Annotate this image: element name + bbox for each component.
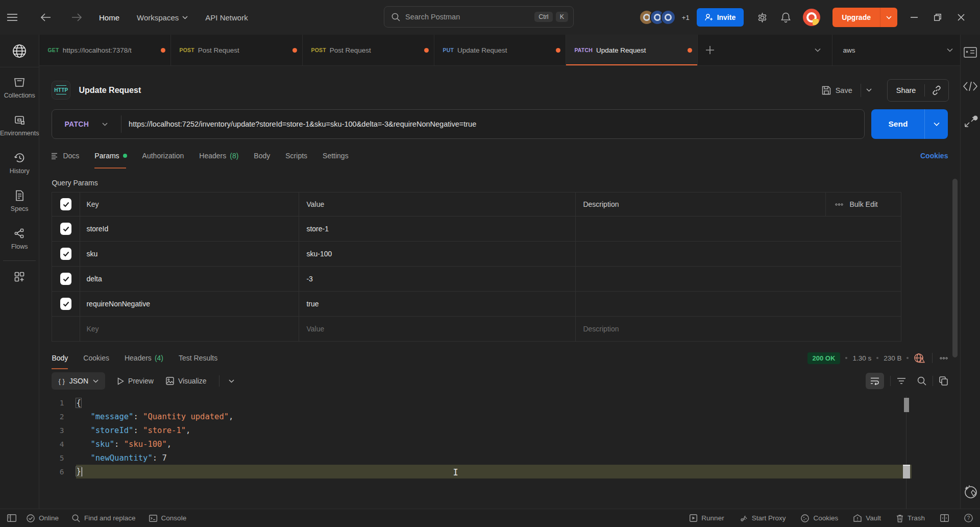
code-snippet-icon[interactable] <box>963 82 977 91</box>
tab-docs[interactable]: Docs <box>52 143 79 169</box>
param-description-cell[interactable] <box>575 292 901 316</box>
sidebar-item-collections[interactable]: Collections <box>0 67 39 105</box>
tab-body[interactable]: Body <box>254 143 270 169</box>
environment-selector[interactable]: aws <box>832 35 960 65</box>
menu-icon[interactable] <box>7 13 17 21</box>
param-row-empty[interactable]: Key Value Description <box>52 317 901 342</box>
window-close-button[interactable] <box>949 0 973 35</box>
response-body-viewer[interactable]: 1 { 2 "message": "Quantity updated", 3 "… <box>39 396 960 509</box>
scrollbar-thumb[interactable] <box>903 465 910 478</box>
upgrade-caret[interactable] <box>880 8 897 27</box>
param-row[interactable]: storeId store-1 <box>52 217 901 242</box>
cookies-button[interactable]: Cookies <box>801 514 838 522</box>
row-checkbox[interactable] <box>52 217 80 241</box>
status-badge[interactable]: 200 OK <box>807 352 841 364</box>
param-row[interactable]: sku sku-100 <box>52 242 901 267</box>
send-options-chevron-icon[interactable] <box>924 109 948 139</box>
request-tab[interactable]: POST Post Request <box>171 35 303 65</box>
team-avatars[interactable] <box>639 10 676 25</box>
url-input[interactable]: https://localhost:7252/inventory/update?… <box>121 120 476 128</box>
send-button[interactable]: Send <box>871 109 948 139</box>
response-tab-body[interactable]: Body <box>52 347 68 369</box>
two-pane-icon[interactable] <box>940 514 949 522</box>
response-format-select[interactable]: { } JSON <box>52 372 105 390</box>
console-button[interactable]: Console <box>149 514 187 522</box>
sidebar-more-tools-icon[interactable] <box>0 262 39 289</box>
notifications-bell-icon[interactable] <box>781 12 791 23</box>
find-and-replace[interactable]: Find and replace <box>72 514 136 522</box>
response-scrollbar-thumb[interactable] <box>904 398 909 412</box>
postbot-ai-icon[interactable] <box>963 484 978 499</box>
param-description-cell[interactable] <box>575 217 901 241</box>
vault-button[interactable]: Vault <box>853 514 881 522</box>
response-more-options-icon[interactable] <box>940 357 948 360</box>
method-select[interactable]: PATCH <box>52 120 121 128</box>
request-tab[interactable]: POST Post Request <box>303 35 434 65</box>
request-tab[interactable]: PUT Update Request <box>434 35 566 65</box>
wrap-text-button[interactable] <box>866 373 884 389</box>
copy-link-icon[interactable] <box>925 85 948 95</box>
search-input[interactable]: Search Postman Ctrl K <box>384 6 574 28</box>
tab-headers[interactable]: Headers (8) <box>199 143 238 169</box>
runner-button[interactable]: Runner <box>690 514 724 522</box>
cookies-link[interactable]: Cookies <box>920 152 948 160</box>
param-value-placeholder[interactable]: Value <box>299 317 575 341</box>
visualize-button[interactable]: Visualize <box>166 377 207 385</box>
param-description-placeholder[interactable]: Description <box>575 317 901 341</box>
filter-icon[interactable] <box>897 377 906 385</box>
param-value-cell[interactable]: -3 <box>299 267 575 291</box>
tab-params[interactable]: Params <box>94 143 127 169</box>
param-description-cell[interactable] <box>575 267 901 291</box>
sidebar-item-history[interactable]: History <box>0 143 39 181</box>
select-all-checkbox[interactable] <box>52 193 80 216</box>
sidebar-item-specs[interactable]: Specs <box>0 181 39 219</box>
more-options-icon[interactable] <box>835 203 843 206</box>
param-value-cell[interactable]: true <box>299 292 575 316</box>
row-checkbox[interactable] <box>52 242 80 266</box>
tab-settings[interactable]: Settings <box>323 143 349 169</box>
network-warning-icon[interactable] <box>914 353 925 363</box>
param-key-cell[interactable]: delta <box>80 267 299 291</box>
online-status[interactable]: Online <box>27 514 59 522</box>
trash-button[interactable]: Trash <box>896 514 925 522</box>
request-tab[interactable]: GET https://localhost:7378/t <box>39 35 171 65</box>
start-proxy-button[interactable]: Start Proxy <box>740 514 786 522</box>
request-tab-active[interactable]: PATCH Update Request <box>566 35 698 65</box>
expand-panel-icon[interactable] <box>963 115 978 129</box>
upgrade-button[interactable]: Upgrade <box>832 8 897 27</box>
tab-scripts[interactable]: Scripts <box>285 143 307 169</box>
sidebar-item-flows[interactable]: Flows <box>0 219 39 256</box>
response-time[interactable]: 1.30 s <box>852 354 871 362</box>
new-tab-button[interactable] <box>698 35 722 65</box>
preview-button[interactable]: Preview <box>117 377 154 385</box>
response-tab-cookies[interactable]: Cookies <box>83 347 109 369</box>
param-key-cell[interactable]: sku <box>80 242 299 266</box>
window-minimize-button[interactable] <box>902 0 926 35</box>
sidebar-item-environments[interactable]: Environments <box>0 105 39 143</box>
param-description-cell[interactable] <box>575 242 901 266</box>
request-scrollbar-thumb[interactable] <box>952 179 958 357</box>
row-checkbox[interactable] <box>52 292 80 316</box>
window-restore-button[interactable] <box>926 0 949 35</box>
response-size[interactable]: 230 B <box>884 354 901 362</box>
param-key-cell[interactable]: storeId <box>80 217 299 241</box>
user-avatar[interactable] <box>803 9 820 26</box>
tab-overflow-chevron-icon[interactable] <box>803 35 832 65</box>
back-icon[interactable] <box>41 13 51 21</box>
nav-api-network[interactable]: API Network <box>205 13 248 22</box>
nav-workspaces[interactable]: Workspaces <box>137 13 188 22</box>
search-response-icon[interactable] <box>917 376 926 386</box>
help-icon[interactable]: ? <box>964 514 973 522</box>
param-key-cell[interactable]: requireNonNegative <box>80 292 299 316</box>
avatar-overflow-count[interactable]: +1 <box>682 14 690 21</box>
param-row[interactable]: delta -3 <box>52 267 901 292</box>
workspace-globe-icon[interactable] <box>0 35 39 67</box>
param-key-placeholder[interactable]: Key <box>80 317 299 341</box>
copy-response-icon[interactable] <box>939 376 948 386</box>
settings-gear-icon[interactable] <box>757 12 768 23</box>
tab-authorization[interactable]: Authorization <box>142 143 184 169</box>
bulk-edit-button[interactable]: Bulk Edit <box>849 200 877 208</box>
format-options-chevron-icon[interactable] <box>229 379 234 383</box>
response-tab-test-results[interactable]: Test Results <box>179 347 217 369</box>
invite-button[interactable]: Invite <box>697 8 744 27</box>
